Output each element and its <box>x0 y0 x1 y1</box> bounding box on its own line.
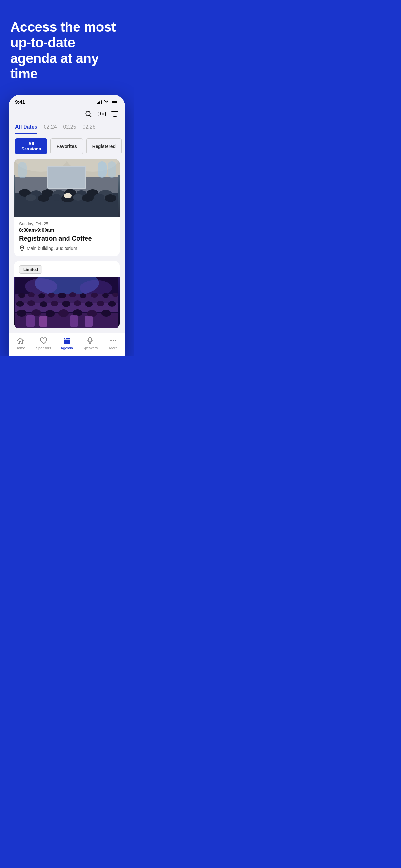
filter-favorites[interactable]: Favorites <box>50 138 83 154</box>
svg-point-31 <box>21 247 23 248</box>
svg-point-46 <box>112 292 118 297</box>
date-tabs: All Dates 02.24 02.25 02.26 <box>9 121 125 134</box>
date-tab-all[interactable]: All Dates <box>15 124 37 134</box>
svg-point-34 <box>25 278 57 294</box>
session-card-2[interactable]: Limited <box>14 261 120 329</box>
svg-point-39 <box>38 293 45 299</box>
svg-point-54 <box>85 301 93 307</box>
bottom-nav: Home Sponsors <box>9 333 125 356</box>
svg-point-23 <box>38 195 50 202</box>
svg-point-38 <box>28 292 35 298</box>
wifi-icon <box>104 99 109 104</box>
search-icon[interactable] <box>85 111 92 118</box>
svg-point-63 <box>87 310 97 317</box>
session-title-1: Registration and Coffee <box>19 235 115 242</box>
limited-badge: Limited <box>19 266 42 274</box>
svg-point-62 <box>73 309 82 316</box>
sponsors-icon <box>39 337 48 345</box>
svg-point-56 <box>108 301 116 307</box>
agenda-label: Agenda <box>61 346 73 350</box>
nav-more[interactable]: More <box>104 337 123 350</box>
session-card-1-image <box>14 159 120 217</box>
speakers-icon <box>86 337 94 345</box>
session-time-1: 8:00am-9:00am <box>19 227 115 232</box>
svg-point-41 <box>58 292 66 299</box>
svg-point-42 <box>69 292 76 298</box>
nav-speakers[interactable]: Speakers <box>81 337 100 350</box>
svg-rect-67 <box>70 315 78 327</box>
session-filter: All Sessions Favorites Registered <box>9 134 125 159</box>
svg-point-50 <box>40 301 48 307</box>
session-card-1[interactable]: Sunday, Feb 25 8:00am-9:00am Registratio… <box>14 159 120 256</box>
svg-point-28 <box>94 194 104 200</box>
svg-rect-10 <box>97 161 106 178</box>
status-time: 9:41 <box>15 99 25 104</box>
svg-point-44 <box>91 292 98 298</box>
date-tab-0225[interactable]: 02.25 <box>63 124 76 134</box>
session-card-2-image <box>14 277 120 329</box>
nav-sponsors[interactable]: Sponsors <box>34 337 53 350</box>
svg-point-40 <box>48 292 55 298</box>
svg-point-72 <box>115 340 116 341</box>
svg-point-3 <box>102 113 104 115</box>
filter-icon[interactable] <box>112 111 119 117</box>
home-icon <box>16 337 25 345</box>
svg-rect-12 <box>18 162 27 178</box>
svg-rect-66 <box>39 316 48 327</box>
speakers-label: Speakers <box>83 346 97 350</box>
filter-registered[interactable]: Registered <box>86 138 122 154</box>
content-area: Sunday, Feb 25 8:00am-9:00am Registratio… <box>9 159 125 329</box>
svg-point-52 <box>62 301 70 307</box>
session-card-1-info: Sunday, Feb 25 8:00am-9:00am Registratio… <box>14 217 120 256</box>
home-label: Home <box>16 346 25 350</box>
svg-point-37 <box>19 293 25 298</box>
nav-agenda[interactable]: Agenda <box>57 337 76 350</box>
svg-point-61 <box>58 309 69 317</box>
svg-point-48 <box>16 301 24 307</box>
status-icons <box>96 99 119 104</box>
session-date-1: Sunday, Feb 25 <box>19 221 115 226</box>
top-nav <box>9 107 125 121</box>
hero-section: Access the most up-to-date agenda at any… <box>0 0 134 95</box>
svg-point-30 <box>64 193 72 198</box>
status-bar: 9:41 <box>9 95 125 107</box>
svg-rect-69 <box>64 338 70 344</box>
svg-rect-68 <box>85 316 93 327</box>
location-pin-icon <box>19 245 25 251</box>
phone-wrapper: 9:41 <box>0 95 134 356</box>
svg-point-2 <box>100 113 101 115</box>
signal-bars-icon <box>96 100 102 104</box>
more-label: More <box>109 346 117 350</box>
filter-all-sessions[interactable]: All Sessions <box>15 138 47 154</box>
svg-point-26 <box>73 194 83 200</box>
svg-point-53 <box>73 300 81 306</box>
svg-point-59 <box>31 309 41 316</box>
svg-point-43 <box>80 293 86 299</box>
phone-frame: 9:41 <box>9 95 125 356</box>
date-tab-0224[interactable]: 02.24 <box>43 124 57 134</box>
nav-home[interactable]: Home <box>11 337 30 350</box>
hero-title: Access the most up-to-date agenda at any… <box>10 20 123 82</box>
svg-point-29 <box>104 194 116 202</box>
svg-rect-1 <box>98 112 105 116</box>
sponsors-label: Sponsors <box>36 346 51 350</box>
svg-point-24 <box>52 194 61 200</box>
session-location-text-1: Main building, auditorium <box>27 246 77 251</box>
session-location-1: Main building, auditorium <box>19 245 115 251</box>
date-tab-0226[interactable]: 02.26 <box>83 124 96 134</box>
svg-point-49 <box>27 300 35 306</box>
svg-point-45 <box>102 293 109 298</box>
svg-point-51 <box>51 301 58 306</box>
battery-icon <box>111 100 119 104</box>
svg-point-64 <box>101 310 111 317</box>
more-icon <box>109 337 118 345</box>
menu-icon[interactable] <box>15 112 22 116</box>
svg-point-60 <box>45 310 55 317</box>
ticket-icon[interactable] <box>98 111 105 117</box>
svg-point-22 <box>26 194 36 201</box>
svg-point-71 <box>113 340 114 341</box>
svg-point-58 <box>17 310 27 317</box>
svg-rect-11 <box>108 161 116 178</box>
svg-point-27 <box>82 194 94 202</box>
svg-rect-65 <box>27 315 35 327</box>
